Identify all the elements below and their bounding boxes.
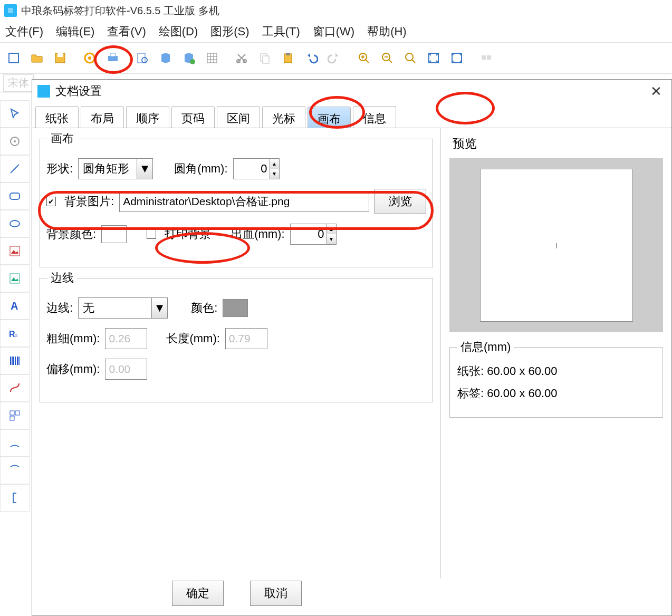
paste-icon[interactable] xyxy=(277,47,299,69)
vector-image-icon[interactable] xyxy=(0,237,30,265)
info-label-label: 标签: xyxy=(457,387,484,400)
svg-rect-37 xyxy=(10,416,14,420)
preview-panel: 预览 | 信息(mm) 纸张: 60.00 x 60.00 标签: 60.00 … xyxy=(441,128,671,579)
border-group-legend: 边线 xyxy=(47,270,77,286)
cancel-button[interactable]: 取消 xyxy=(250,581,302,606)
new-doc-icon[interactable] xyxy=(3,47,24,69)
side-toolbar: A R≡ xyxy=(0,100,30,512)
print-icon[interactable] xyxy=(102,47,123,69)
open-icon[interactable] xyxy=(26,47,47,69)
length-input xyxy=(225,328,267,349)
menu-view[interactable]: 查看(V) xyxy=(107,24,146,40)
tab-order[interactable]: 顺序 xyxy=(126,106,169,128)
cut-icon[interactable] xyxy=(231,47,252,69)
qr-icon[interactable] xyxy=(0,402,30,429)
tab-cursor[interactable]: 光标 xyxy=(262,106,305,128)
svg-rect-16 xyxy=(263,56,269,63)
border-combo-value: 无 xyxy=(79,300,151,316)
menu-help[interactable]: 帮助(H) xyxy=(367,24,407,40)
ellipse-icon[interactable] xyxy=(0,210,30,237)
title-bar: 中琅条码标签打印软件-V6.5.5 工业版 多机 xyxy=(0,0,672,21)
more-icon[interactable] xyxy=(476,47,497,69)
border-combo[interactable]: 无 ▼ xyxy=(78,297,168,319)
close-icon[interactable]: ✕ xyxy=(646,83,666,100)
bgimage-path-input[interactable] xyxy=(119,191,369,212)
tab-page[interactable]: 页码 xyxy=(171,106,215,128)
svg-rect-30 xyxy=(10,246,20,256)
curve-icon[interactable] xyxy=(0,374,30,402)
svg-rect-1 xyxy=(9,53,18,63)
printbg-label: 打印背景 xyxy=(165,226,211,242)
font-combo[interactable]: 宋体 xyxy=(3,74,34,92)
menu-tool[interactable]: 工具(T) xyxy=(262,24,300,40)
bleed-spinner[interactable]: ▲▼ xyxy=(290,224,337,245)
bleed-input[interactable] xyxy=(290,224,327,245)
dialog-title: 文档设置 xyxy=(55,83,102,99)
svg-rect-25 xyxy=(487,55,491,60)
fit-icon[interactable] xyxy=(423,47,444,69)
richtext-icon[interactable]: R≡ xyxy=(0,320,30,347)
database-icon[interactable] xyxy=(155,47,176,69)
menu-shape[interactable]: 图形(S) xyxy=(210,24,249,40)
thick-input xyxy=(105,328,147,349)
target-icon[interactable] xyxy=(0,128,30,155)
zoom-100-icon[interactable] xyxy=(400,47,421,69)
bracket-icon[interactable] xyxy=(0,484,30,512)
gear-icon[interactable] xyxy=(79,47,100,69)
bgimage-checkbox[interactable]: ✔ xyxy=(46,197,56,206)
canvas-settings-panel: 画布 形状: 圆角矩形 ▼ 圆角(mm): ▲▼ xyxy=(32,128,441,579)
spinner-up-icon[interactable]: ▲ xyxy=(270,159,279,169)
app-title: 中琅条码标签打印软件-V6.5.5 工业版 多机 xyxy=(21,4,219,18)
fit-page-icon[interactable] xyxy=(446,47,467,69)
image-icon[interactable] xyxy=(0,265,30,292)
spinner-up-icon[interactable]: ▲ xyxy=(327,224,336,234)
corner-input[interactable] xyxy=(233,158,270,179)
bgcolor-swatch[interactable] xyxy=(101,225,127,243)
barcode-icon[interactable] xyxy=(0,347,30,374)
tab-paper[interactable]: 纸张 xyxy=(35,106,79,128)
info-legend: 信息(mm) xyxy=(457,339,514,355)
line-icon[interactable] xyxy=(0,155,30,182)
printbg-checkbox[interactable] xyxy=(147,229,156,239)
menu-edit[interactable]: 编辑(E) xyxy=(56,24,94,40)
zoom-in-icon[interactable] xyxy=(353,47,375,69)
shape-combo[interactable]: 圆角矩形 ▼ xyxy=(78,158,153,179)
border-color-swatch[interactable] xyxy=(223,299,248,317)
preview-icon[interactable] xyxy=(132,47,153,69)
tab-layout[interactable]: 布局 xyxy=(81,106,124,128)
undo-icon[interactable] xyxy=(301,47,322,69)
offset-input xyxy=(105,359,147,380)
thick-label: 粗细(mm): xyxy=(46,331,100,346)
corner-spinner[interactable]: ▲▼ xyxy=(233,158,280,179)
arc-icon[interactable] xyxy=(0,429,30,457)
menu-draw[interactable]: 绘图(D) xyxy=(159,24,198,40)
tab-range[interactable]: 区间 xyxy=(217,106,260,128)
grid-icon[interactable] xyxy=(201,47,223,69)
copy-icon[interactable] xyxy=(254,47,275,69)
chevron-down-icon: ▼ xyxy=(137,159,152,179)
spinner-down-icon[interactable]: ▼ xyxy=(270,169,279,179)
save-icon[interactable] xyxy=(50,47,71,69)
svg-text:≡: ≡ xyxy=(15,332,18,338)
border-group: 边线 边线: 无 ▼ 颜色: 粗细(mm): xyxy=(40,278,433,402)
redo-icon[interactable] xyxy=(324,47,345,69)
tab-info[interactable]: 信息 xyxy=(353,106,396,128)
menu-window[interactable]: 窗口(W) xyxy=(313,24,354,40)
database-add-icon[interactable] xyxy=(178,47,199,69)
browse-button[interactable]: 浏览 xyxy=(375,189,426,214)
canvas-group-legend: 画布 xyxy=(47,131,77,147)
menu-file[interactable]: 文件(F) xyxy=(5,24,43,40)
corner-label: 圆角(mm): xyxy=(174,161,227,177)
spinner-down-icon[interactable]: ▼ xyxy=(327,234,336,244)
arc2-icon[interactable] xyxy=(0,457,30,484)
roundrect-icon[interactable] xyxy=(0,182,30,210)
zoom-out-icon[interactable] xyxy=(377,47,398,69)
text-icon[interactable]: A xyxy=(0,292,30,320)
info-label-value: 60.00 x 60.00 xyxy=(487,387,557,400)
tab-canvas[interactable]: 画布 xyxy=(308,107,351,128)
info-paper-value: 60.00 x 60.00 xyxy=(487,364,557,378)
pointer-icon[interactable] xyxy=(0,100,30,128)
ok-button[interactable]: 确定 xyxy=(172,581,224,606)
svg-rect-28 xyxy=(10,193,20,199)
dialog-tabs: 纸张 布局 顺序 页码 区间 光标 画布 信息 xyxy=(32,103,671,128)
